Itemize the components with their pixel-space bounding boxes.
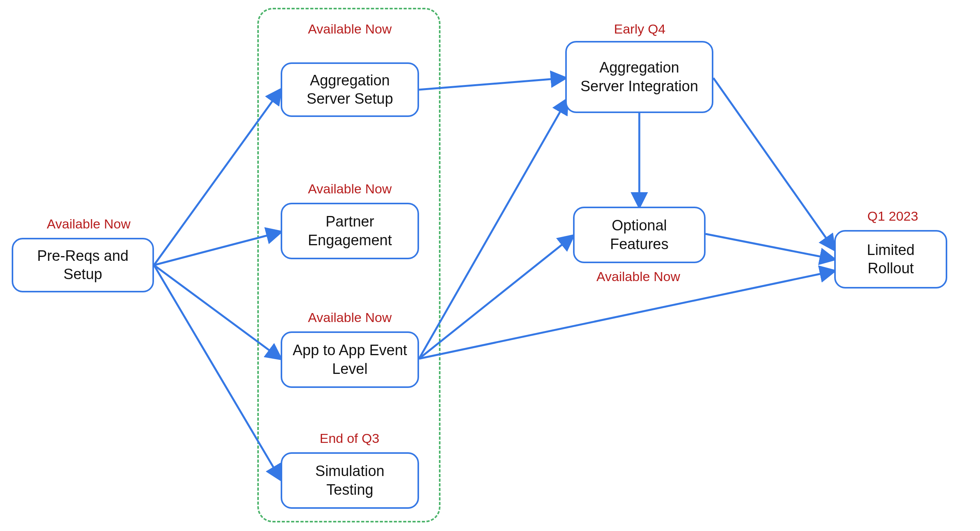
node-label: Limited Rollout bbox=[845, 241, 936, 278]
node-label: Partner Engagement bbox=[292, 212, 408, 250]
tag-prereqs: Available Now bbox=[47, 216, 131, 232]
node-label: Aggregation Server Integration bbox=[576, 58, 702, 96]
node-label: App to App Event Level bbox=[292, 341, 408, 378]
node-aggsetup: Aggregation Server Setup bbox=[281, 62, 419, 117]
node-appapp: App to App Event Level bbox=[281, 331, 419, 388]
node-partner: Partner Engagement bbox=[281, 203, 419, 259]
tag-optional: Available Now bbox=[596, 269, 680, 284]
node-rollout: Limited Rollout bbox=[834, 230, 947, 289]
edge-appapp-aggint bbox=[419, 99, 567, 359]
edge-optional-rollout bbox=[706, 234, 834, 259]
node-aggint: Aggregation Server Integration bbox=[565, 41, 713, 113]
edge-appapp-optional bbox=[419, 236, 573, 359]
node-prereqs: Pre-Reqs and Setup bbox=[12, 238, 154, 292]
edge-aggint-rollout bbox=[713, 78, 834, 250]
tag-sim: End of Q3 bbox=[320, 431, 379, 446]
tag-partner: Available Now bbox=[308, 181, 392, 196]
tag-aggint: Early Q4 bbox=[614, 21, 665, 37]
edge-aggsetup-aggint bbox=[419, 78, 565, 90]
node-sim: Simulation Testing bbox=[281, 452, 419, 509]
node-optional: Optional Features bbox=[573, 207, 706, 263]
node-label: Optional Features bbox=[584, 216, 695, 253]
tag-aggsetup: Available Now bbox=[308, 21, 392, 37]
tag-rollout: Q1 2023 bbox=[867, 209, 918, 224]
node-label: Pre-Reqs and Setup bbox=[23, 247, 143, 284]
node-label: Aggregation Server Setup bbox=[292, 71, 408, 108]
node-label: Simulation Testing bbox=[292, 462, 408, 499]
diagram-stage: Pre-Reqs and Setup Available Now Aggrega… bbox=[0, 0, 980, 531]
tag-appapp: Available Now bbox=[308, 310, 392, 325]
